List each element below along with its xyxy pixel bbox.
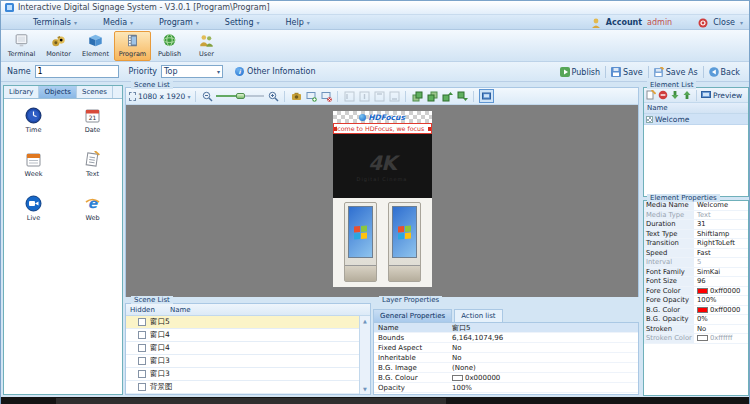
move-down-icon[interactable] [670, 90, 680, 100]
scene-row[interactable]: 窗口5 [126, 316, 370, 329]
menu-terminals[interactable]: Terminals▾ [33, 18, 77, 27]
toolbar-user-button[interactable]: User [188, 31, 225, 61]
property-row[interactable]: Media NameWelcome [644, 201, 748, 211]
delete-element-icon[interactable] [658, 90, 668, 100]
send-to-back-button[interactable] [426, 90, 438, 102]
property-row[interactable]: Font FamilySimKai [644, 268, 748, 278]
resolution-select[interactable]: 1080 x 1920 ▾ [129, 92, 190, 101]
taskbar-app-button[interactable] [56, 398, 446, 404]
scene-row[interactable]: 背景图 [126, 381, 370, 394]
object-time[interactable]: Time [4, 107, 63, 151]
object-date[interactable]: 21 Date [63, 107, 122, 151]
hidden-checkbox[interactable] [138, 331, 146, 339]
zoom-out-button[interactable] [201, 90, 213, 102]
tab-objects[interactable]: Objects [39, 86, 76, 98]
toolbar-element-button[interactable]: Element [77, 31, 114, 61]
move-layer-up-button[interactable] [441, 90, 453, 102]
property-row[interactable]: B.G. Colour 0x000000 [374, 373, 638, 383]
scene-list-scrollbar[interactable]: ▲ ▼ [359, 316, 370, 394]
account-username[interactable]: admin [647, 18, 672, 27]
property-row[interactable]: B.G. Color 0xff0000 [644, 306, 748, 316]
poster-image-layer[interactable]: 4K Digital Cinema [333, 134, 432, 198]
bring-to-front-button[interactable] [411, 90, 423, 102]
tab-general-properties[interactable]: General Properties [373, 309, 452, 322]
object-live[interactable]: Live [4, 195, 63, 239]
tab-scenes[interactable]: Scenes [77, 86, 113, 98]
scroll-up-icon[interactable]: ▲ [363, 316, 367, 326]
hidden-checkbox[interactable] [138, 344, 146, 352]
align-bottom-button[interactable] [388, 90, 400, 102]
selection-handle[interactable] [428, 127, 432, 131]
selection-handle[interactable] [333, 127, 337, 131]
zoom-slider-thumb[interactable] [236, 93, 245, 99]
program-name-input[interactable] [35, 65, 119, 78]
menu-setting[interactable]: Setting▾ [225, 18, 260, 27]
object-text[interactable]: Text [63, 151, 122, 195]
property-row[interactable]: SpeedFast [644, 249, 748, 259]
edit-icon[interactable] [646, 90, 656, 100]
publish-button[interactable]: Publish [555, 66, 606, 78]
property-row[interactable]: Name窗口5 [374, 323, 638, 333]
property-row[interactable]: TransitionRightToLeft [644, 239, 748, 249]
scene-row[interactable]: 窗口4 [126, 329, 370, 342]
menu-media[interactable]: Media▾ [103, 18, 133, 27]
tab-library[interactable]: Library [4, 86, 39, 98]
scroll-down-icon[interactable]: ▼ [363, 384, 367, 394]
add-scene-button[interactable] [305, 90, 317, 102]
scene-row[interactable]: 窗口3 [126, 368, 370, 381]
tab-action-list[interactable]: Action list [454, 309, 502, 322]
property-row[interactable]: InheritableNo [374, 353, 638, 363]
scene-row[interactable]: 窗口4 [126, 342, 370, 355]
snapshot-button[interactable] [290, 90, 302, 102]
menu-program[interactable]: Program▾ [159, 18, 199, 27]
close-button[interactable]: Close [713, 18, 735, 27]
scene-row[interactable]: 窗口3 [126, 355, 370, 368]
property-row[interactable]: Fixed AspectNo [374, 343, 638, 353]
move-layer-down-button[interactable] [456, 90, 468, 102]
toolbar-publish-button[interactable]: Publish [151, 31, 188, 61]
save-button[interactable]: Save [606, 66, 648, 78]
property-row[interactable]: Opacity100% [374, 383, 638, 393]
save-as-button[interactable]: Save As [649, 66, 703, 78]
element-row[interactable]: Welcome [644, 114, 748, 125]
align-left-button[interactable] [343, 90, 355, 102]
property-row[interactable]: Fore Color 0xff0000 [644, 287, 748, 297]
color-swatch[interactable] [697, 288, 708, 294]
toolbar-program-button[interactable]: Program [114, 31, 151, 61]
zoom-slider[interactable] [216, 91, 264, 101]
priority-select[interactable]: Top▾ [161, 65, 223, 78]
hidden-checkbox[interactable] [138, 383, 146, 391]
property-row[interactable]: Duration31 [644, 220, 748, 230]
hidden-checkbox[interactable] [138, 370, 146, 378]
move-up-icon[interactable] [682, 90, 692, 100]
color-swatch[interactable] [452, 375, 463, 381]
scene-canvas[interactable]: HDFocus lcome to HDFocus, we focus 4K Di… [126, 105, 638, 297]
toolbar-monitor-button[interactable]: Monitor [40, 31, 77, 61]
property-row[interactable]: B.G. Image(None) [374, 363, 638, 373]
program-preview[interactable]: HDFocus lcome to HDFocus, we focus 4K Di… [333, 111, 432, 287]
fit-to-window-button[interactable] [479, 89, 494, 103]
property-row[interactable]: Text TypeShiftlamp [644, 230, 748, 240]
hidden-checkbox[interactable] [138, 318, 146, 326]
property-row[interactable]: Font Size96 [644, 277, 748, 287]
object-web[interactable]: e Web [63, 195, 122, 239]
hidden-checkbox[interactable] [138, 357, 146, 365]
property-row[interactable]: Bounds6,164,1074,96 [374, 333, 638, 343]
preview-button[interactable]: Preview [713, 91, 742, 100]
delete-scene-button[interactable] [320, 90, 332, 102]
align-center-button[interactable] [358, 90, 370, 102]
property-row[interactable]: B.G. Opacity0% [644, 315, 748, 325]
back-button[interactable]: Back [704, 66, 745, 78]
other-information-link[interactable]: Other Infomation [247, 67, 315, 76]
kiosk-image-layer[interactable] [333, 198, 432, 287]
property-row[interactable]: Fore Opacity100% [644, 296, 748, 306]
property-row[interactable]: StrokenNo [644, 325, 748, 335]
object-week[interactable]: Week [4, 151, 63, 195]
color-swatch[interactable] [697, 307, 708, 313]
menu-help[interactable]: Help▾ [286, 18, 310, 27]
marquee-text-layer[interactable]: lcome to HDFocus, we focus [333, 123, 432, 134]
toolbar-terminal-button[interactable]: Terminal [3, 31, 40, 61]
zoom-in-button[interactable] [267, 90, 279, 102]
align-top-button[interactable] [373, 90, 385, 102]
color-swatch[interactable] [697, 335, 708, 341]
